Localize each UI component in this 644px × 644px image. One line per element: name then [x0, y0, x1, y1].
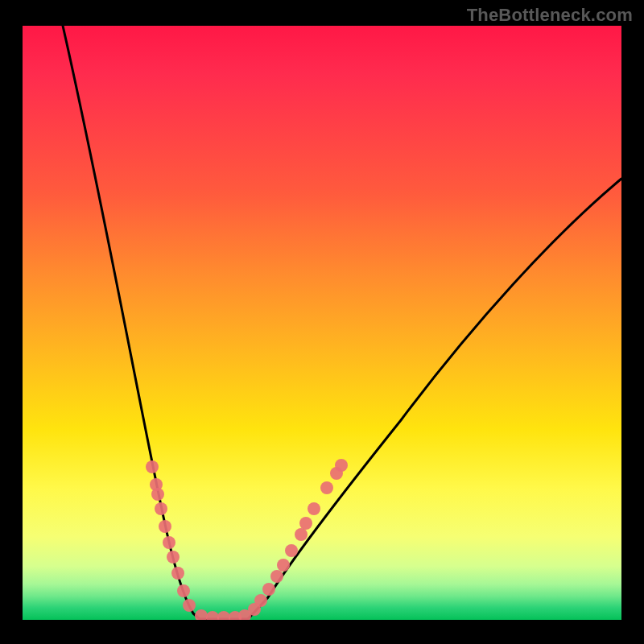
- marker-dot: [262, 583, 275, 596]
- marker-dot: [335, 459, 348, 472]
- marker-dot: [177, 584, 190, 597]
- marker-dot: [206, 611, 219, 620]
- marker-dot: [295, 528, 308, 541]
- marker-dot: [146, 460, 159, 473]
- marker-dot: [217, 611, 230, 620]
- marker-dot: [195, 609, 208, 620]
- curve-right-arm: [248, 179, 621, 619]
- marker-dot: [155, 502, 167, 515]
- watermark-text: TheBottleneck.com: [467, 5, 633, 26]
- marker-dot: [277, 559, 290, 572]
- curve-paths: [63, 26, 621, 619]
- marker-dot: [285, 544, 298, 557]
- curve-svg: [23, 26, 621, 620]
- marker-dot: [171, 567, 184, 580]
- marker-dot: [183, 599, 196, 612]
- marker-dot: [163, 536, 175, 549]
- marker-dots: [146, 459, 348, 620]
- plot-area: [23, 26, 621, 620]
- marker-dot: [151, 488, 164, 501]
- chart-container: TheBottleneck.com: [0, 0, 644, 644]
- marker-dot: [167, 551, 180, 564]
- curve-left-arm: [63, 26, 200, 619]
- marker-dot: [159, 520, 171, 533]
- marker-dot: [299, 517, 312, 530]
- marker-dot: [270, 570, 283, 583]
- marker-dot: [320, 481, 333, 494]
- marker-dot: [308, 502, 320, 515]
- marker-dot: [254, 594, 267, 607]
